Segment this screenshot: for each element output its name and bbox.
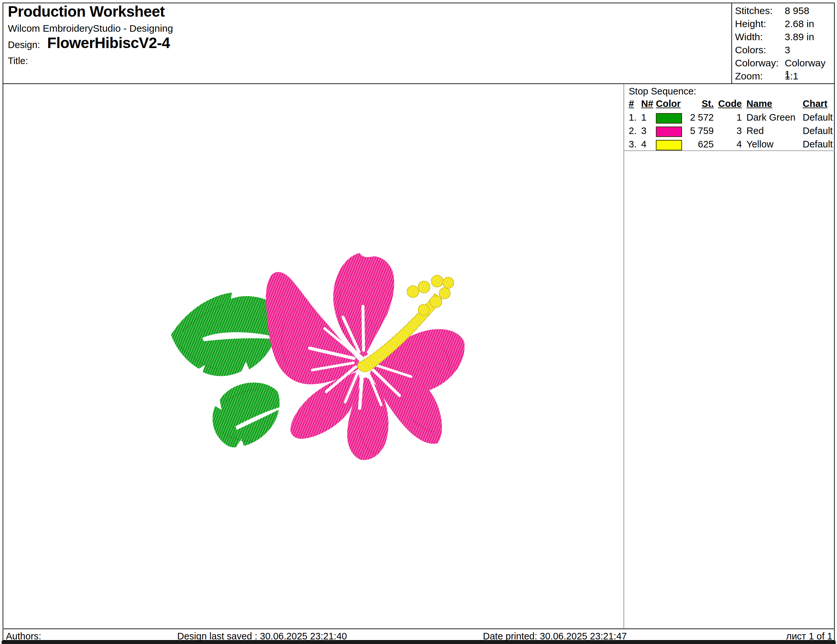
large-leaf [171,293,277,376]
design-label: Design: [8,39,40,50]
seq-row-index: 1. [629,112,641,123]
stat-label: Height: [735,18,785,29]
date-printed-text: Date printed: 30.06.2025 23:21:47 [483,631,627,642]
seq-row-needle: 3 [641,126,656,136]
seq-row-needle: 1 [641,112,656,123]
stat-label: Stitches: [735,5,785,16]
column-header-stitches: St. [674,98,714,109]
seq-row-needle: 4 [641,139,656,150]
column-header-name: Name [747,98,801,109]
page-bottom-edge [2,641,836,644]
seq-row-stitches: 625 [674,139,714,150]
seq-row-code: 3 [717,126,742,136]
stat-label: Colors: [735,44,785,56]
column-header-needle: N# [641,98,656,109]
seq-row-name: Dark Green [747,112,801,123]
page-number-text: лист 1 of 1 [745,631,832,642]
stat-stitches: Stitches: 8 958 [735,5,833,18]
last-saved-text: Design last saved : 30.06.2025 23:21:40 [177,631,347,642]
stat-label: Zoom: [735,70,785,82]
column-header-code: Code [717,98,742,109]
seq-row-name: Yellow [747,139,801,150]
stat-value: 3.89 in [785,31,833,43]
seq-row-index: 2. [629,126,641,136]
design-stats-panel: Stitches: 8 958 Height: 2.68 in Width: 3… [735,5,833,84]
hibiscus-embroidery-graphic [164,249,468,462]
seq-row-code: 4 [717,139,742,150]
column-header-number: # [629,98,641,109]
design-canvas [3,84,624,628]
stat-label: Width: [735,31,785,43]
seq-row-index: 3. [629,139,641,150]
small-leaf [213,382,280,447]
design-name-row: Design: FlowerHibiscV2-4 [8,34,170,52]
stats-box-border [731,3,732,84]
app-name-subtitle: Wilcom EmbroideryStudio - Designing [8,23,173,34]
stat-value: 3 [785,44,833,56]
stop-sequence-title: Stop Sequence: [629,86,696,97]
stop-sequence-panel: Stop Sequence: # N# Color St. Code Name … [624,84,835,151]
authors-label: Authors: [6,631,41,642]
stat-zoom: Zoom: 1:1 [735,70,833,84]
page-title: Production Worksheet [8,3,165,20]
seq-row-chart: Default [803,126,834,136]
seq-row-name: Red [747,126,801,136]
seq-row-stitches: 5 759 [674,126,714,136]
canvas-right-divider [624,84,624,629]
stat-colors: Colors: 3 [735,44,833,57]
footer-divider-line [3,628,835,629]
stat-height: Height: 2.68 in [735,18,833,31]
stat-colorway: Colorway: Colorway 1 [735,57,833,70]
seq-row-chart: Default [803,112,834,123]
design-name: FlowerHibiscV2-4 [47,34,170,52]
stat-value: 8 958 [785,5,833,16]
stat-value: 1:1 [785,70,833,82]
seq-row-stitches: 2 572 [674,112,714,123]
stop-sequence-border [624,151,835,151]
title-label: Title: [8,56,28,66]
seq-row-chart: Default [803,139,834,150]
stat-label: Colorway: [735,57,785,69]
column-header-chart: Chart [803,98,834,109]
stat-width: Width: 3.89 in [735,31,833,44]
seq-row-code: 1 [717,112,742,123]
stat-value: 2.68 in [785,18,833,29]
